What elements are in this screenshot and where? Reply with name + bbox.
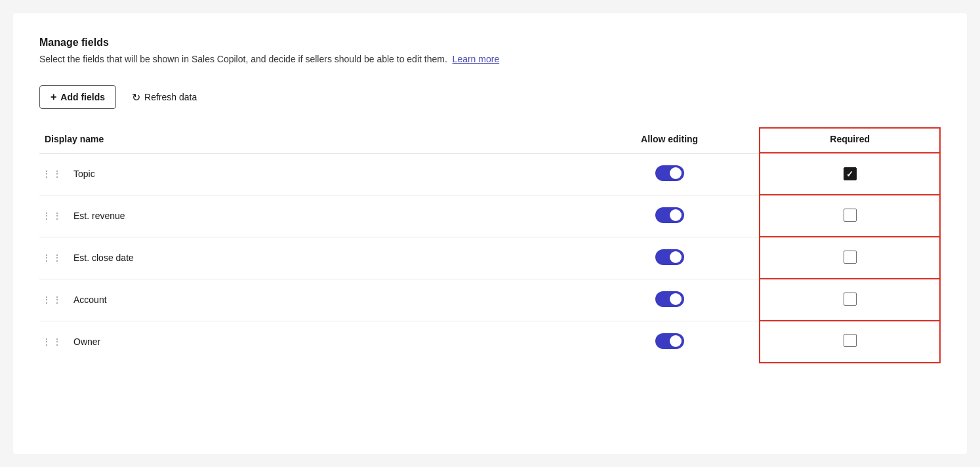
- required-cell: [760, 237, 940, 279]
- toggle-thumb: [670, 167, 682, 179]
- toggle-thumb: [670, 335, 682, 347]
- field-name-cell: ⋮⋮ Topic: [39, 153, 580, 195]
- table-header-row: Display name Allow editing Required: [39, 128, 940, 153]
- drag-handle[interactable]: ⋮⋮: [39, 336, 73, 347]
- required-checkbox-container: [844, 167, 857, 180]
- required-cell: [760, 279, 940, 321]
- refresh-icon: ↻: [132, 91, 140, 104]
- toggle-track: [655, 333, 684, 349]
- page-description: Select the fields that will be shown in …: [39, 54, 941, 64]
- toggle-track: [655, 291, 684, 307]
- required-checkbox-container: [844, 293, 857, 306]
- required-checkbox-container: [844, 209, 857, 222]
- table-row: ⋮⋮ Est. revenue: [39, 195, 940, 237]
- col-header-required: Required: [760, 128, 940, 153]
- required-cell: [760, 153, 940, 195]
- manage-fields-panel: Manage fields Select the fields that wil…: [13, 13, 967, 454]
- table-row: ⋮⋮ Topic: [39, 153, 940, 195]
- add-fields-button[interactable]: + Add fields: [39, 85, 116, 109]
- required-checkbox[interactable]: [844, 334, 857, 347]
- refresh-data-button[interactable]: ↻ Refresh data: [124, 85, 205, 109]
- allow-editing-cell: [580, 237, 760, 279]
- toggle-track: [655, 165, 684, 181]
- col-header-allow-editing: Allow editing: [580, 128, 760, 153]
- toggle-thumb: [670, 251, 682, 263]
- allow-editing-toggle[interactable]: [655, 249, 684, 265]
- field-name-cell: ⋮⋮ Owner: [39, 321, 580, 363]
- field-name-label: Account: [73, 294, 107, 305]
- field-name-cell: ⋮⋮ Est. revenue: [39, 195, 580, 237]
- toggle-track: [655, 249, 684, 265]
- drag-handle[interactable]: ⋮⋮: [39, 169, 73, 179]
- allow-editing-toggle[interactable]: [655, 207, 684, 223]
- drag-handle[interactable]: ⋮⋮: [39, 211, 73, 221]
- table-row: ⋮⋮ Est. close date: [39, 237, 940, 279]
- allow-editing-cell: [580, 279, 760, 321]
- allow-editing-toggle[interactable]: [655, 165, 684, 181]
- toggle-track: [655, 207, 684, 223]
- drag-handle[interactable]: ⋮⋮: [39, 253, 73, 263]
- drag-handle[interactable]: ⋮⋮: [39, 294, 73, 305]
- page-title: Manage fields: [39, 37, 941, 49]
- field-name-label: Owner: [73, 336, 100, 347]
- col-header-display-name: Display name: [39, 128, 580, 153]
- required-checkbox-container: [844, 251, 857, 264]
- required-checkbox-container: [844, 334, 857, 347]
- fields-tbody: ⋮⋮ Topic ⋮⋮ Est. revenue: [39, 153, 940, 363]
- required-checkbox[interactable]: [844, 167, 857, 180]
- field-name-cell: ⋮⋮ Account: [39, 279, 580, 321]
- table-row: ⋮⋮ Account: [39, 279, 940, 321]
- field-name-label: Est. close date: [73, 253, 134, 263]
- learn-more-link[interactable]: Learn more: [453, 54, 500, 64]
- allow-editing-cell: [580, 195, 760, 237]
- toggle-thumb: [670, 209, 682, 221]
- plus-icon: +: [51, 91, 56, 103]
- field-name-cell: ⋮⋮ Est. close date: [39, 237, 580, 279]
- required-checkbox[interactable]: [844, 251, 857, 264]
- allow-editing-toggle[interactable]: [655, 291, 684, 307]
- table-row: ⋮⋮ Owner: [39, 321, 940, 363]
- field-name-label: Topic: [73, 169, 95, 179]
- add-fields-label: Add fields: [60, 92, 105, 102]
- allow-editing-cell: [580, 153, 760, 195]
- allow-editing-cell: [580, 321, 760, 363]
- refresh-label: Refresh data: [144, 92, 197, 102]
- required-checkbox[interactable]: [844, 209, 857, 222]
- field-name-label: Est. revenue: [73, 211, 125, 221]
- fields-table: Display name Allow editing Required ⋮⋮ T…: [39, 127, 941, 363]
- required-cell: [760, 321, 940, 363]
- description-text: Select the fields that will be shown in …: [39, 54, 450, 64]
- allow-editing-toggle[interactable]: [655, 333, 684, 349]
- toolbar: + Add fields ↻ Refresh data: [39, 85, 941, 109]
- required-checkbox[interactable]: [844, 293, 857, 306]
- toggle-thumb: [670, 293, 682, 305]
- required-cell: [760, 195, 940, 237]
